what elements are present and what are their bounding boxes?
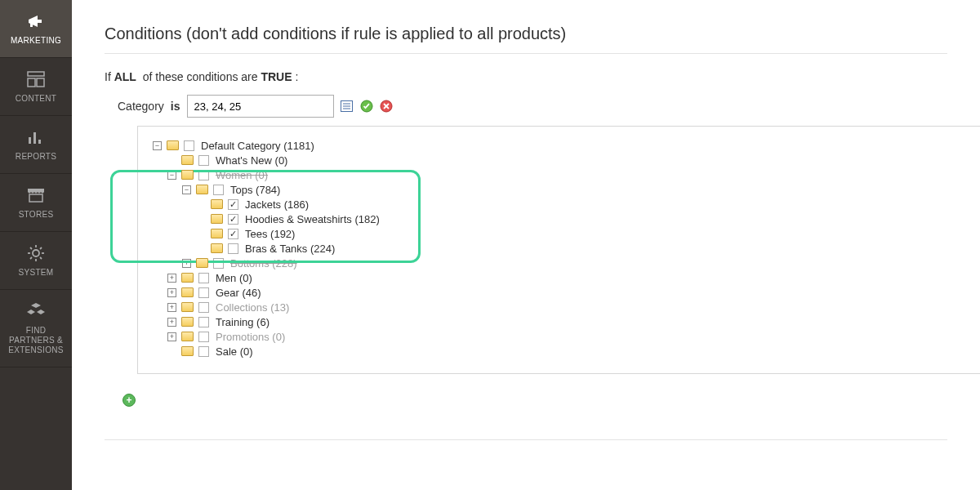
folder-icon xyxy=(211,229,223,238)
section-title: Conditions (don't add conditions if rule… xyxy=(105,24,947,43)
app: MARKETINGCONTENTREPORTSSTORESSYSTEMFIND … xyxy=(0,0,980,490)
nav-item-reports[interactable]: REPORTS xyxy=(0,116,72,174)
condition-operator[interactable]: is xyxy=(171,100,180,113)
tree-node-label[interactable]: Collections (13) xyxy=(216,301,289,314)
folder-icon xyxy=(181,302,194,312)
tree-node-label[interactable]: Default Category (1181) xyxy=(201,140,314,152)
folder-icon xyxy=(196,185,208,194)
tree-leaf-spacer xyxy=(197,200,206,209)
tree-node-label[interactable]: Promotions (0) xyxy=(216,331,285,343)
tree-toggle[interactable]: + xyxy=(167,288,176,297)
tree-toggle[interactable]: − xyxy=(167,171,176,180)
svg-line-15 xyxy=(40,247,42,249)
nav-label: CONTENT xyxy=(16,94,56,104)
tree-node-label[interactable]: Gear (46) xyxy=(216,287,261,299)
svg-rect-2 xyxy=(37,78,44,87)
tree-node: Jackets (186) xyxy=(146,197,980,212)
tree-checkbox[interactable] xyxy=(213,258,224,269)
nav-label: REPORTS xyxy=(16,152,56,162)
tree-node: Sale (0) xyxy=(146,344,980,359)
megaphone-icon xyxy=(26,11,46,31)
tree-checkbox[interactable] xyxy=(213,185,224,195)
condition-attribute[interactable]: Category xyxy=(118,100,164,113)
tree-node-label[interactable]: Men (0) xyxy=(216,272,252,284)
nav-item-marketing[interactable]: MARKETING xyxy=(0,0,72,58)
bars-icon xyxy=(27,127,45,147)
nav-item-system[interactable]: SYSTEM xyxy=(0,232,72,290)
folder-icon xyxy=(211,214,223,224)
apply-icon[interactable] xyxy=(360,100,373,113)
tree-toggle[interactable]: + xyxy=(167,318,176,327)
tree-node: Bras & Tanks (224) xyxy=(146,241,980,256)
tree-node-label[interactable]: What's New (0) xyxy=(216,154,287,167)
tree-checkbox[interactable] xyxy=(228,199,238,210)
nav-item-find[interactable]: FIND PARTNERS & EXTENSIONS xyxy=(0,290,72,368)
aggregator-value[interactable]: ALL xyxy=(114,70,136,83)
svg-rect-0 xyxy=(28,72,44,76)
tree-checkbox[interactable] xyxy=(198,287,209,298)
tree-node-label[interactable]: Bottoms (228) xyxy=(230,257,297,270)
folder-icon xyxy=(211,199,223,209)
folder-icon xyxy=(181,170,194,180)
condition-value[interactable]: TRUE xyxy=(261,70,292,83)
nav-label: FIND PARTNERS & EXTENSIONS xyxy=(3,326,69,355)
folder-icon xyxy=(181,273,194,283)
tree-checkbox[interactable] xyxy=(198,346,209,357)
divider xyxy=(105,53,947,54)
tree-checkbox[interactable] xyxy=(198,302,209,313)
layout-icon xyxy=(27,69,45,89)
condition-row: Category is xyxy=(105,95,947,118)
tree-node-label[interactable]: Women (0) xyxy=(216,169,268,181)
tree-checkbox[interactable] xyxy=(228,214,238,225)
tree-node: −Default Category (1181) xyxy=(146,138,980,153)
gear-icon xyxy=(27,243,45,263)
nav-item-stores[interactable]: STORES xyxy=(0,174,72,232)
tree-checkbox[interactable] xyxy=(228,243,238,254)
sentence-prefix: If xyxy=(105,70,111,83)
tree-checkbox[interactable] xyxy=(198,155,209,166)
tree-toggle[interactable]: − xyxy=(182,185,191,194)
tree-toggle[interactable]: + xyxy=(167,332,176,341)
nav-item-content[interactable]: CONTENT xyxy=(0,58,72,116)
tree-node: +Training (6) xyxy=(146,314,980,329)
tree-node-label[interactable]: Sale (0) xyxy=(216,345,253,358)
tree-leaf-spacer xyxy=(197,244,206,253)
tree-node: +Men (0) xyxy=(146,270,980,285)
tree-node-label[interactable]: Tops (784) xyxy=(230,184,280,196)
tree-toggle[interactable]: + xyxy=(167,303,176,312)
tree-node-label[interactable]: Tees (192) xyxy=(245,228,295,240)
folder-icon xyxy=(211,243,223,253)
folder-icon xyxy=(181,155,194,165)
admin-sidebar: MARKETINGCONTENTREPORTSSTORESSYSTEMFIND … xyxy=(0,0,72,490)
tree-checkbox[interactable] xyxy=(198,332,209,342)
store-icon xyxy=(26,185,46,205)
tree-node: +Collections (13) xyxy=(146,300,980,314)
folder-icon xyxy=(167,140,179,150)
tree-node: −Tops (784) xyxy=(146,182,980,197)
tree-toggle[interactable]: − xyxy=(153,141,162,150)
condition-value-input[interactable] xyxy=(187,95,334,118)
tree-checkbox[interactable] xyxy=(198,170,209,180)
tree-node-label[interactable]: Bras & Tanks (224) xyxy=(245,243,335,255)
tree-leaf-spacer xyxy=(167,156,176,165)
tree-toggle[interactable]: + xyxy=(167,274,176,283)
remove-icon[interactable] xyxy=(380,100,393,113)
tree-checkbox[interactable] xyxy=(198,273,209,283)
chooser-icon[interactable] xyxy=(341,100,354,113)
tree-node: −Women (0) xyxy=(146,167,980,182)
add-condition-button[interactable]: + xyxy=(122,394,136,407)
tree-node-label[interactable]: Hoodies & Sweatshirts (182) xyxy=(245,213,380,225)
sentence-mid: of these conditions are xyxy=(143,70,258,83)
tree-leaf-spacer xyxy=(197,215,206,224)
tree-node-label[interactable]: Training (6) xyxy=(216,316,270,328)
folder-icon xyxy=(181,332,194,341)
tree-checkbox[interactable] xyxy=(198,317,209,327)
tree-node: Hoodies & Sweatshirts (182) xyxy=(146,212,980,226)
nav-label: MARKETING xyxy=(11,36,61,46)
tree-checkbox[interactable] xyxy=(184,140,194,151)
divider xyxy=(105,439,947,440)
tree-toggle[interactable]: + xyxy=(182,259,191,268)
tree-checkbox[interactable] xyxy=(228,229,238,239)
category-tree-panel: −Default Category (1181)What's New (0)−W… xyxy=(137,126,980,374)
tree-node-label[interactable]: Jackets (186) xyxy=(245,198,309,211)
